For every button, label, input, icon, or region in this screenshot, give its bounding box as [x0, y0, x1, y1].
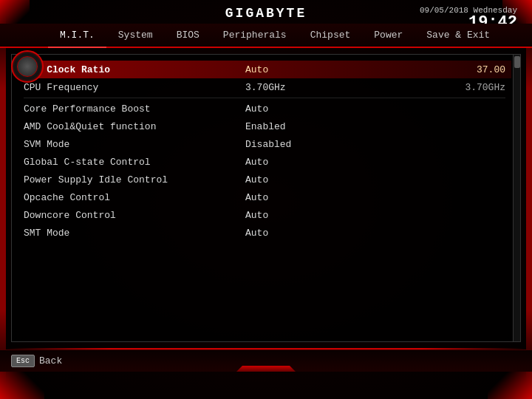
setting-value-opcache: Auto [245, 192, 505, 203]
back-label: Back [39, 355, 62, 366]
setting-row-smt-mode[interactable]: SMT Mode Auto [18, 224, 511, 242]
setting-name-core-perf-boost: Core Performance Boost [24, 103, 245, 115]
logo-inner [17, 56, 38, 77]
main-content: CPU Clock Ratio Auto 37.00 CPU Frequency… [11, 54, 521, 342]
setting-row-global-cstate[interactable]: Global C-state Control Auto [18, 153, 511, 171]
setting-value-power-supply-idle: Auto [245, 174, 505, 185]
esc-key[interactable]: Esc [11, 355, 35, 367]
setting-name-smt-mode: SMT Mode [24, 228, 245, 239]
setting-name-cpu-frequency: CPU Frequency [24, 82, 245, 93]
logo-circle [11, 50, 44, 83]
scrollbar [513, 55, 520, 341]
nav-item-peripherals[interactable]: Peripherals [211, 24, 299, 47]
navbar: M.I.T. System BIOS Peripherals Chipset P… [0, 24, 532, 48]
setting-name-cpu-clock-ratio: CPU Clock Ratio [24, 64, 245, 75]
setting-row-downcore[interactable]: Downcore Control Auto [18, 206, 511, 224]
setting-value-global-cstate: Auto [245, 157, 505, 168]
setting-name-global-cstate: Global C-state Control [24, 157, 245, 168]
nav-item-system[interactable]: System [106, 24, 165, 47]
bottom-center-decoration [236, 366, 296, 372]
setting-row-svm-mode[interactable]: SVM Mode Disabled [18, 135, 511, 153]
setting-value-cpu-frequency: 3.70GHz [245, 82, 432, 93]
setting-row-core-perf-boost[interactable]: Core Performance Boost Auto [18, 100, 511, 117]
setting-row-cpu-clock-ratio[interactable]: CPU Clock Ratio Auto 37.00 [18, 61, 511, 78]
side-decoration-left [0, 15, 6, 384]
corner-decoration-bl [0, 369, 44, 399]
nav-item-mit[interactable]: M.I.T. [48, 24, 106, 48]
nav-item-bios[interactable]: BIOS [165, 24, 211, 47]
setting-row-power-supply-idle[interactable]: Power Supply Idle Control Auto [18, 171, 511, 188]
scroll-thumb [514, 56, 520, 68]
nav-item-power[interactable]: Power [362, 24, 415, 47]
setting-value2-cpu-clock-ratio: 37.00 [432, 64, 505, 75]
setting-value-svm-mode: Disabled [245, 139, 505, 150]
setting-row-cpu-frequency[interactable]: CPU Frequency 3.70GHz 3.70GHz [18, 78, 511, 96]
separator-1 [24, 98, 505, 98]
setting-value-cpu-clock-ratio: Auto [245, 64, 432, 75]
side-decoration-right [526, 15, 532, 384]
setting-name-amd-cool-quiet: AMD Cool&Quiet function [24, 121, 245, 132]
setting-row-opcache[interactable]: Opcache Control Auto [18, 188, 511, 206]
nav-item-save-exit[interactable]: Save & Exit [415, 24, 502, 47]
settings-table: CPU Clock Ratio Auto 37.00 CPU Frequency… [12, 58, 520, 245]
header: GIGABYTE 09/05/2018 Wednesday 19:42 [0, 0, 532, 21]
setting-name-svm-mode: SVM Mode [24, 139, 245, 150]
nav-item-chipset[interactable]: Chipset [299, 24, 363, 47]
setting-value-smt-mode: Auto [245, 228, 505, 239]
setting-value-amd-cool-quiet: Enabled [245, 121, 505, 132]
setting-value-downcore: Auto [245, 210, 505, 221]
corner-decoration-br [488, 369, 532, 399]
setting-name-downcore: Downcore Control [24, 210, 245, 221]
setting-row-amd-cool-quiet[interactable]: AMD Cool&Quiet function Enabled [18, 117, 511, 135]
bottom-bar: Esc Back [0, 349, 532, 372]
setting-value-core-perf-boost: Auto [245, 103, 505, 115]
setting-name-opcache: Opcache Control [24, 192, 245, 203]
setting-value2-cpu-frequency: 3.70GHz [432, 82, 505, 93]
logo [11, 50, 44, 83]
setting-name-power-supply-idle: Power Supply Idle Control [24, 174, 245, 185]
